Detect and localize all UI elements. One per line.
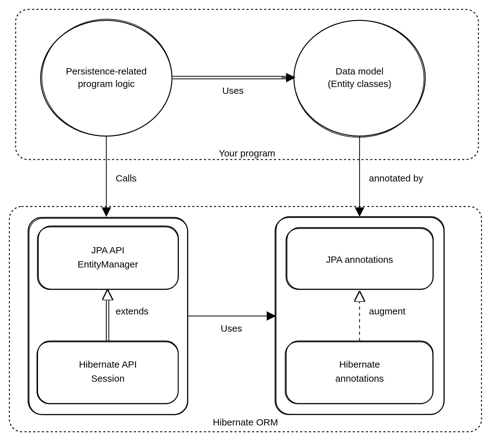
node-hibernate-api-line1: Hibernate API	[79, 359, 137, 369]
node-hibernate-api: Hibernate API Session	[37, 341, 178, 404]
node-jpa-annotations: JPA annotations	[286, 227, 433, 289]
node-hibernate-annotations-line1: Hibernate	[339, 359, 380, 369]
node-data-model-line1: Data model	[335, 66, 383, 76]
edge-uses-top-label: Uses	[222, 85, 244, 96]
group-your-program-label: Your program	[219, 148, 275, 158]
edge-extends-label: extends	[116, 306, 149, 316]
group-hibernate-orm-label: Hibernate ORM	[213, 417, 278, 427]
edge-annotated-by: annotated by	[360, 136, 423, 215]
edge-augment-label: augment	[369, 306, 406, 316]
node-jpa-annotations-line1: JPA annotations	[326, 254, 393, 265]
node-jpa-api-line2: EntityManager	[78, 259, 138, 269]
svg-rect-24	[286, 341, 433, 404]
node-jpa-api-line1: JPA API	[91, 245, 124, 255]
node-data-model-line2: (Entity classes)	[328, 79, 391, 89]
edge-uses-bottom-label: Uses	[221, 323, 242, 333]
edge-calls-label: Calls	[116, 173, 137, 183]
node-program-logic-line2: program logic	[78, 79, 135, 89]
svg-rect-13	[38, 227, 178, 289]
edge-uses-bottom: Uses	[188, 316, 275, 333]
edge-uses-top: Uses	[173, 76, 294, 96]
node-program-logic: Persistence-related program logic	[41, 19, 172, 136]
node-data-model: Data model (Entity classes)	[294, 20, 425, 137]
node-program-logic-line1: Persistence-related	[66, 66, 147, 76]
node-jpa-api: JPA API EntityManager	[38, 226, 179, 289]
node-hibernate-annotations: Hibernate annotations	[285, 341, 433, 404]
edge-calls: Calls	[106, 136, 137, 215]
node-hibernate-annotations-line2: annotations	[335, 373, 384, 384]
svg-rect-15	[38, 341, 178, 404]
edge-annotated-by-label: annotated by	[369, 173, 423, 183]
node-hibernate-api-line2: Session	[91, 373, 125, 384]
architecture-diagram: Your program Persistence-related program…	[0, 0, 489, 448]
